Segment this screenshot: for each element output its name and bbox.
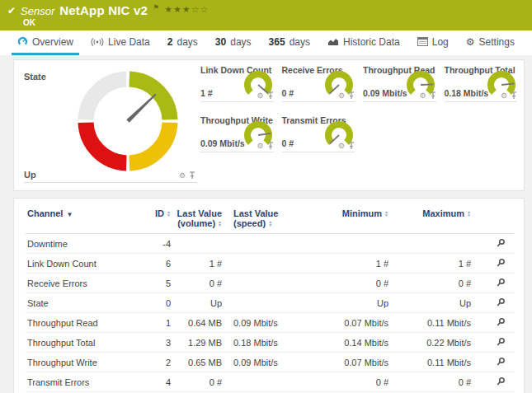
channel-settings-wrench-icon[interactable] [496,258,506,268]
cell-last-value-volume: 1 # [172,254,224,274]
gauge-value: Up [24,170,36,180]
cell-channel: Throughput Write [26,353,139,372]
state-gauge [77,70,179,172]
broadcast-icon [91,37,104,47]
tab-overview[interactable]: Overview [12,30,79,55]
state-gauge-tile: State Up ⚙ [24,65,197,183]
column-header-actions [473,205,514,234]
gauge-tile-link-down-count: Link Down Count 1 # ⚙ [200,65,274,102]
gauge-tile-throughput-write: Throughput Write 0.09 Mbit/s ⚙ [200,115,274,152]
pin-icon[interactable] [267,142,274,150]
column-header-last-value-volume[interactable]: Last Value (volume)▲▼ [172,205,224,234]
gauge-tile-throughput-read: Throughput Read 0.09 Mbit/s ⚙ [363,65,436,102]
cell-last-value-volume: 0.65 MB [172,353,224,372]
channel-settings-wrench-icon[interactable] [496,337,506,347]
column-label: Maximum [422,208,464,218]
column-header-last-value-speed[interactable]: Last Value (speed)▲▼ [224,205,301,234]
tab-30-days[interactable]: 30 days [210,30,257,55]
tab-365-days[interactable]: 365 days [263,30,316,55]
column-label: Last Value [233,208,278,218]
channel-settings-wrench-icon[interactable] [496,238,506,248]
cell-last-value-speed: 0.09 Mbit/s [224,313,301,333]
tab-label: Log [432,36,449,48]
pin-icon[interactable] [348,142,355,150]
gear-icon[interactable]: ⚙ [501,92,507,100]
gear-icon[interactable]: ⚙ [257,143,263,150]
tab-label: Settings [479,36,515,48]
column-label: Last Value [177,208,222,218]
tab-historic-data[interactable]: Historic Data [322,30,406,55]
gauge-value: 0.09 Mbit/s [363,88,407,98]
gauge-value: 0 # [282,138,294,148]
column-header-minimum[interactable]: Minimum▲▼ [301,205,390,234]
tab-bar: Overview Live Data 2 days 30 days 365 da… [0,30,532,55]
log-icon [417,37,428,46]
channel-settings-wrench-icon[interactable] [496,278,506,288]
column-header-maximum[interactable]: Maximum▲▼ [390,205,473,234]
cell-maximum [390,234,473,254]
column-header-channel[interactable]: Channel▼ [26,205,139,234]
channel-settings-wrench-icon[interactable] [496,317,506,327]
gear-icon[interactable]: ⚙ [338,143,345,150]
object-kind-label: Sensor [21,5,54,17]
gear-icon[interactable]: ⚙ [257,92,263,100]
tab-label: Overview [32,36,73,48]
tab-number: 30 [215,36,226,48]
pin-icon[interactable] [430,91,436,100]
area-chart-icon [327,37,339,46]
stars-empty: ☆☆ [191,4,210,14]
pin-icon[interactable] [348,91,355,100]
cell-last-value-volume: 1.29 MB [172,333,224,353]
gauge-value: 0.09 Mbit/s [200,138,245,148]
table-header-row: Channel▼ ID▲▼ Last Value (volume)▲▼ Last… [26,205,514,234]
gear-icon[interactable]: ⚙ [338,92,345,100]
channel-settings-wrench-icon[interactable] [496,297,506,307]
column-label: Channel [27,208,63,218]
cell-id: 6 [139,254,172,274]
gear-icon[interactable]: ⚙ [179,172,186,180]
cell-minimum: Up [301,293,390,313]
priority-stars[interactable]: ★★★☆☆ [164,4,209,15]
gauge-icon [17,36,28,47]
cell-last-value-speed [224,274,301,293]
table-row: Downtime -4 [26,234,514,254]
cell-channel: State [26,293,139,313]
pin-icon[interactable] [511,91,517,100]
column-label: Minimum [342,208,382,218]
tab-label: days [290,36,310,48]
gauge-tile-throughput-total: Throughput Total 0.18 Mbit/s ⚙ [445,65,518,102]
cell-minimum: 0.07 Mbit/s [301,313,390,333]
channel-settings-wrench-icon[interactable] [496,357,506,367]
segment-error-red [86,123,126,163]
table-row: State 0 Up Up Up [26,293,514,313]
tab-settings[interactable]: ⚙ Settings [460,30,520,55]
sort-icon: ▲▼ [268,220,272,227]
column-header-id[interactable]: ID▲▼ [139,205,172,234]
column-label: ID [155,208,164,218]
pin-icon[interactable] [189,171,195,180]
cell-last-value-volume: 0 # [172,372,224,392]
segment-warning-yellow [129,123,170,163]
cell-id: 3 [139,333,172,353]
cell-last-value-speed: 0.09 Mbit/s [224,353,301,372]
cell-id: 1 [139,313,172,333]
tab-2-days[interactable]: 2 days [162,30,204,55]
flag-icon[interactable]: ⚑ [153,3,159,12]
gear-icon[interactable]: ⚙ [419,92,426,100]
tab-log[interactable]: Log [412,30,454,55]
cell-last-value-volume [172,234,224,254]
cell-last-value-volume: Up [172,293,224,313]
channel-table: Channel▼ ID▲▼ Last Value (volume)▲▼ Last… [26,205,514,392]
tab-number: 365 [269,36,285,48]
table-row: Receive Errors 5 0 # 0 # 0 # [26,274,514,293]
cell-channel: Transmit Errors [26,372,139,392]
channel-table-panel: Channel▼ ID▲▼ Last Value (volume)▲▼ Last… [13,198,525,393]
gauge-value: 0.18 Mbit/s [445,88,489,98]
table-row: Link Down Count 6 1 # 1 # 1 # [26,254,514,274]
cell-last-value-speed [224,372,301,392]
pin-icon[interactable] [267,91,274,100]
cell-maximum: 0 # [390,274,473,293]
channel-settings-wrench-icon[interactable] [496,377,506,386]
cell-id: -4 [139,234,172,254]
tab-live-data[interactable]: Live Data [85,30,156,55]
